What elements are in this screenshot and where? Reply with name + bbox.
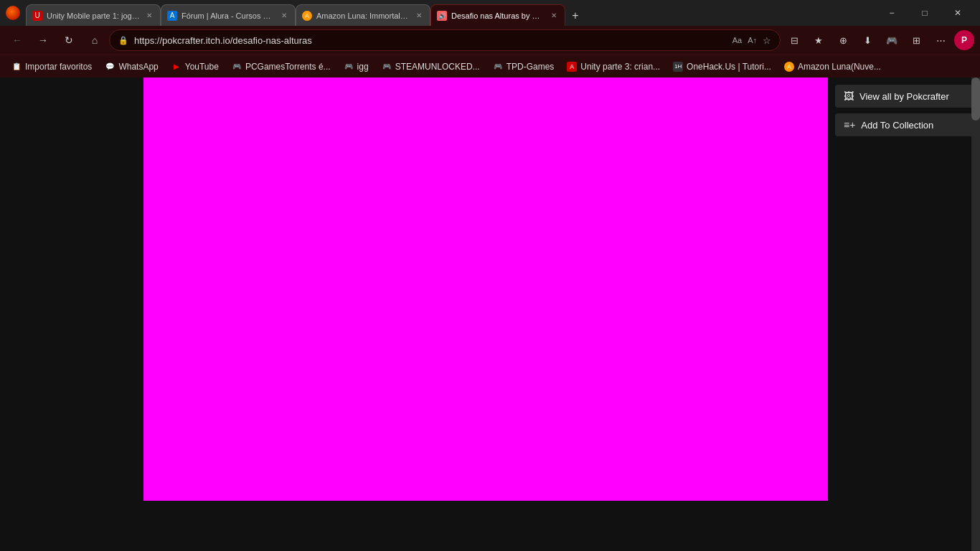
bookmark-igg[interactable]: 🎮 igg [338,58,374,75]
steamunlocked-label: STEAMUNLOCKED... [395,62,480,72]
steamunlocked-icon: 🎮 [382,62,392,72]
unity3-icon: A [567,62,577,72]
view-all-label: View all by Pokcrafter [859,91,949,102]
downloads-button[interactable]: ⬇ [857,29,878,51]
refresh-button[interactable]: ↻ [57,29,80,52]
unity3-label: Unity parte 3: crian... [580,62,660,72]
lock-icon: 🔒 [118,36,128,45]
bookmark-importar[interactable]: 📋 Importar favoritos [6,58,98,75]
igg-label: igg [357,62,369,72]
tab-alura[interactable]: A Fórum | Alura - Cursos online de... ✕ [161,4,296,26]
bookmark-youtube[interactable]: ▶ YouTube [166,58,225,75]
scrollbar-thumb[interactable] [971,77,980,121]
amazon-luna-label: Amazon Luna(Nuve... [798,62,881,72]
url-text: https://pokcrafter.itch.io/desafio-nas-a… [134,35,727,46]
bookmark-amazon-luna[interactable]: A Amazon Luna(Nuve... [778,58,887,75]
tab-close-alura[interactable]: ✕ [279,11,289,21]
bookmark-unity3[interactable]: A Unity parte 3: crian... [561,58,666,75]
view-all-button[interactable]: 🖼 View all by Pokcrafter [835,85,974,108]
bookmark-onehack[interactable]: 1H OneHack.Us | Tutori... [667,58,777,75]
tab-favicon-unity: U [32,11,42,21]
onehack-label: OneHack.Us | Tutori... [687,62,771,72]
games-button[interactable]: 🎮 [881,29,903,51]
tpd-label: TPD-Games [507,62,555,72]
profile-button[interactable]: P [954,30,974,50]
amazon-luna-icon: A [784,62,794,72]
address-bar[interactable]: 🔒 https://pokcrafter.itch.io/desafio-nas… [109,29,781,51]
game-canvas [143,77,828,501]
extensions-button[interactable]: ⊞ [905,29,927,51]
whatsapp-label: WhatsApp [118,62,158,72]
forward-button[interactable]: → [32,29,55,52]
new-tab-button[interactable]: + [565,6,585,26]
tpd-icon: 🎮 [493,62,503,72]
tab-unity[interactable]: U Unity Mobile parte 1: jogos para... ✕ [26,4,161,26]
minimize-button[interactable]: − [875,0,908,26]
pcgames-icon: 🎮 [232,62,242,72]
youtube-icon: ▶ [171,62,182,72]
left-panel [0,77,143,551]
add-collection-label: Add To Collection [861,120,933,131]
youtube-label: YouTube [185,62,219,72]
bookmark-pcgames[interactable]: 🎮 PCGamesTorrents é... [226,58,336,75]
maximize-button[interactable]: □ [908,0,941,26]
tab-desafio[interactable]: 🔊 Desafio nas Alturas by Poke... ✕ [430,4,565,26]
back-button[interactable]: ← [6,29,29,52]
tab-close-desafio[interactable]: ✕ [549,11,559,21]
view-all-icon: 🖼 [844,90,854,102]
bookmark-tpd[interactable]: 🎮 TPD-Games [487,58,560,75]
whatsapp-icon: 💬 [105,62,115,72]
titlebar: U Unity Mobile parte 1: jogos para... ✕ … [0,0,980,26]
pcgames-label: PCGamesTorrents é... [245,62,331,72]
add-collection-icon: ≡+ [844,119,855,131]
tab-amazon[interactable]: A Amazon Luna: Immortals Fenyx f... ✕ [296,4,430,26]
navbar: ← → ↻ ⌂ 🔒 https://pokcrafter.itch.io/des… [0,26,980,55]
importar-label: Importar favoritos [25,62,92,72]
tab-favicon-desafio: 🔊 [437,11,447,21]
tab-close-unity[interactable]: ✕ [144,11,154,21]
right-panel [828,77,971,551]
home-button[interactable]: ⌂ [83,29,106,52]
tab-favicon-amazon: A [302,11,312,21]
bookmark-whatsapp[interactable]: 💬 WhatsApp [99,58,164,75]
collections-button[interactable]: ⊕ [832,29,854,51]
igg-icon: 🎮 [344,62,354,72]
translate-icon: Aa [732,36,742,44]
tab-favicon-alura: A [167,11,177,21]
tab-title-desafio: Desafio nas Alturas by Poke... [451,11,545,20]
tab-close-amazon[interactable]: ✕ [414,11,424,21]
tab-title-unity: Unity Mobile parte 1: jogos para... [47,11,140,20]
tab-title-alura: Fórum | Alura - Cursos online de... [182,11,275,20]
content-area: 🖼 View all by Pokcrafter ≡+ Add To Colle… [0,77,980,551]
onehack-icon: 1H [673,62,683,72]
window-controls: − □ ✕ [875,0,974,26]
favorites-icon: ☆ [763,35,771,46]
tabs-area: U Unity Mobile parte 1: jogos para... ✕ … [26,0,867,26]
settings-button[interactable]: ⋯ [930,29,951,51]
reader-icon: A↑ [748,36,757,44]
tab-title-amazon: Amazon Luna: Immortals Fenyx f... [316,11,410,20]
scrollbar[interactable] [971,77,980,551]
bookmarks-bar: 📋 Importar favoritos 💬 WhatsApp ▶ YouTub… [0,55,980,77]
browser-icon [6,6,20,20]
add-to-collection-button[interactable]: ≡+ Add To Collection [835,113,974,136]
favorites-button[interactable]: ★ [808,29,829,51]
importar-icon: 📋 [11,62,22,72]
close-button[interactable]: ✕ [941,0,974,26]
bookmark-steamunlocked[interactable]: 🎮 STEAMUNLOCKED... [376,58,486,75]
right-sidebar: 🖼 View all by Pokcrafter ≡+ Add To Colle… [829,77,980,143]
split-screen-button[interactable]: ⊟ [783,29,805,51]
